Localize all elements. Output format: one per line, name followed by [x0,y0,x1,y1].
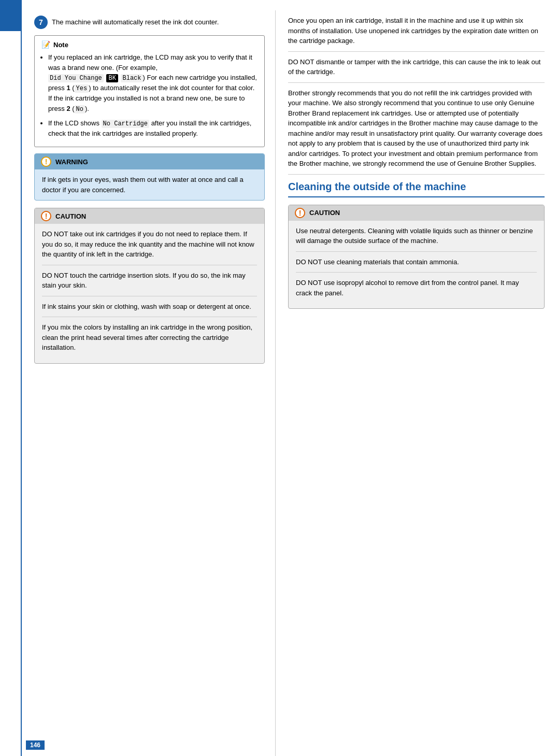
right-divider-1 [288,51,545,52]
right-caution-divider-2 [296,272,537,273]
right-caution-divider-1 [296,251,537,252]
caution-icon-left: ! [41,211,51,221]
left-caution-content: DO NOT take out ink cartridges if you do… [35,224,264,363]
content-area: 7 The machine will automatically reset t… [22,0,557,756]
left-caution-box: ! CAUTION DO NOT take out ink cartridges… [34,208,265,364]
note-icon: 📝 [41,40,50,49]
page-container: 146 7 The machine will automatically res… [0,0,557,756]
code-bk: BK [106,74,118,82]
left-caution-title: CAUTION [55,212,86,220]
right-divider-2 [288,82,545,83]
code-no: No [75,105,85,113]
right-caution-p3: DO NOT use isopropyl alcohol to remove d… [296,278,537,298]
right-caution-box: ! CAUTION Use neutral detergents. Cleani… [288,205,545,309]
left-caution-p1: DO NOT take out ink cartridges if you do… [42,229,257,260]
right-caution-p1: Use neutral detergents. Cleaning with vo… [296,226,537,246]
warning-box: ! WARNING If ink gets in your eyes, wash… [34,153,265,201]
left-caution-header: ! CAUTION [35,208,264,224]
note-item-1: If you replaced an ink cartridge, the LC… [48,52,258,114]
code-yes: Yes [75,84,89,93]
right-column: Once you open an ink cartridge, install … [276,10,557,756]
code-no-cartridge: No Cartridge [102,120,149,128]
note-header: 📝 Note [41,40,258,49]
left-caution-p4: If you mix the colors by installing an i… [42,322,257,353]
note-content: If you replaced an ink cartridge, the LC… [41,52,258,138]
warning-text: If ink gets in your eyes, wash them out … [42,176,244,194]
step-7-number: 7 [34,16,48,29]
left-caution-p3: If ink stains your skin or clothing, was… [42,302,257,312]
warning-content: If ink gets in your eyes, wash them out … [35,169,264,200]
note-title: Note [53,41,68,49]
right-divider-3 [288,174,545,175]
left-caution-p2: DO NOT touch the cartridge insertion slo… [42,270,257,291]
left-sidebar: 146 [0,0,22,756]
code-did-you-change: Did You Change [48,74,104,82]
right-para-3: Brother strongly recommends that you do … [288,88,545,169]
divider-1 [42,265,257,265]
caution-icon-right: ! [295,208,305,218]
note-box: 📝 Note If you replaced an ink cartridge,… [34,35,265,147]
warning-title: WARNING [55,158,88,166]
warning-icon: ! [41,156,51,167]
sidebar-accent [0,0,21,31]
step-7-row: 7 The machine will automatically reset t… [34,16,265,29]
divider-2 [42,296,257,296]
right-caution-p2: DO NOT use cleaning materials that conta… [296,257,537,267]
left-column: 7 The machine will automatically reset t… [22,10,276,756]
warning-header: ! WARNING [35,154,264,169]
right-caution-content: Use neutral detergents. Cleaning with vo… [289,221,544,309]
section-title: Cleaning the outside of the machine [288,180,545,197]
right-caution-title: CAUTION [309,209,340,217]
right-para-2: DO NOT dismantle or tamper with the ink … [288,57,545,77]
page-number: 146 [26,740,45,750]
divider-3 [42,317,257,317]
note-item-2: If the LCD shows No Cartridge after you … [48,118,258,139]
right-para-1: Once you open an ink cartridge, install … [288,16,545,46]
code-black: Black [121,74,142,82]
step-7-text: The machine will automatically reset the… [52,16,219,27]
right-caution-header: ! CAUTION [289,205,544,221]
